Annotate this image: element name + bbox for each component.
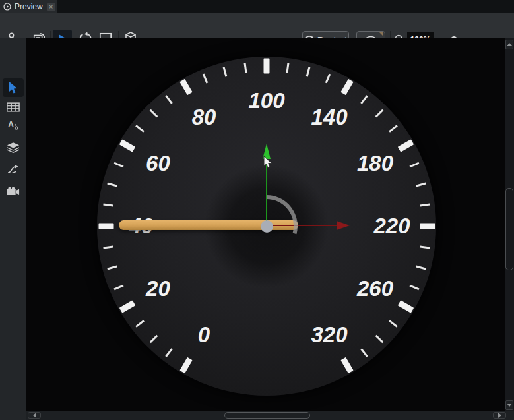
gauge-label: 260 bbox=[357, 276, 393, 301]
scroll-up-button[interactable] bbox=[505, 40, 513, 49]
mouse-cursor-icon bbox=[263, 156, 273, 169]
tab-close-icon[interactable]: × bbox=[47, 3, 55, 11]
gauge-label: 180 bbox=[357, 151, 393, 176]
right-arrow-icon bbox=[498, 413, 501, 418]
vertical-scrollbar-thumb[interactable] bbox=[505, 188, 513, 270]
table-icon bbox=[7, 102, 20, 112]
horizontal-scrollbar-thumb[interactable] bbox=[224, 412, 310, 419]
gauge-label: 0 bbox=[198, 322, 210, 347]
sidebar-item-connections[interactable] bbox=[3, 160, 24, 179]
layers-icon bbox=[7, 142, 20, 153]
down-arrow-icon bbox=[507, 404, 512, 407]
gauge-tick bbox=[264, 58, 270, 73]
tab-title: Preview bbox=[15, 2, 43, 11]
gizmo-x-arrow-icon[interactable] bbox=[337, 221, 350, 230]
svg-text:A: A bbox=[8, 120, 14, 129]
scroll-left-button[interactable] bbox=[28, 412, 41, 419]
gauge-tick bbox=[420, 224, 435, 229]
sidebar-item-camera[interactable] bbox=[3, 182, 24, 200]
gauge-label: 100 bbox=[248, 88, 284, 113]
gauge-label: 220 bbox=[373, 214, 410, 239]
gauge-tick bbox=[98, 224, 113, 229]
scroll-down-button[interactable] bbox=[505, 400, 513, 410]
camera-icon bbox=[7, 187, 20, 196]
sidebar-item-layers[interactable] bbox=[3, 138, 24, 156]
gizmo-x-axis[interactable] bbox=[267, 225, 337, 226]
tab-preview[interactable]: Preview × bbox=[0, 0, 57, 13]
left-arrow-icon bbox=[33, 413, 36, 418]
toolbar: Restart 100% bbox=[0, 13, 514, 38]
connection-curve-icon bbox=[7, 165, 20, 175]
font-binding-icon: A bbox=[7, 119, 19, 131]
up-arrow-icon bbox=[507, 43, 512, 46]
sidebar-item-table[interactable] bbox=[3, 98, 24, 116]
tab-bar: Preview × bbox=[0, 0, 514, 13]
dropdown-corner-icon bbox=[379, 32, 383, 36]
application-window: Preview × bbox=[0, 0, 514, 420]
gauge-label: 20 bbox=[146, 276, 170, 301]
gizmo-origin-handle[interactable] bbox=[261, 220, 273, 233]
sidebar-item-text[interactable]: A bbox=[3, 115, 24, 134]
gauge-label: 80 bbox=[192, 105, 216, 130]
left-sidebar: A bbox=[0, 38, 26, 420]
vertical-scrollbar[interactable] bbox=[505, 38, 514, 411]
gauge-label: 60 bbox=[146, 151, 170, 176]
gauge-label: 320 bbox=[311, 322, 347, 347]
preview-play-icon bbox=[3, 3, 11, 11]
horizontal-scrollbar[interactable] bbox=[26, 411, 514, 420]
gauge-label: 140 bbox=[311, 105, 347, 130]
scroll-right-button[interactable] bbox=[493, 412, 506, 419]
preview-canvas[interactable]: 020406080100140180220260320 bbox=[26, 38, 505, 411]
select-cursor-icon bbox=[7, 81, 19, 94]
sidebar-item-select[interactable] bbox=[3, 78, 24, 97]
